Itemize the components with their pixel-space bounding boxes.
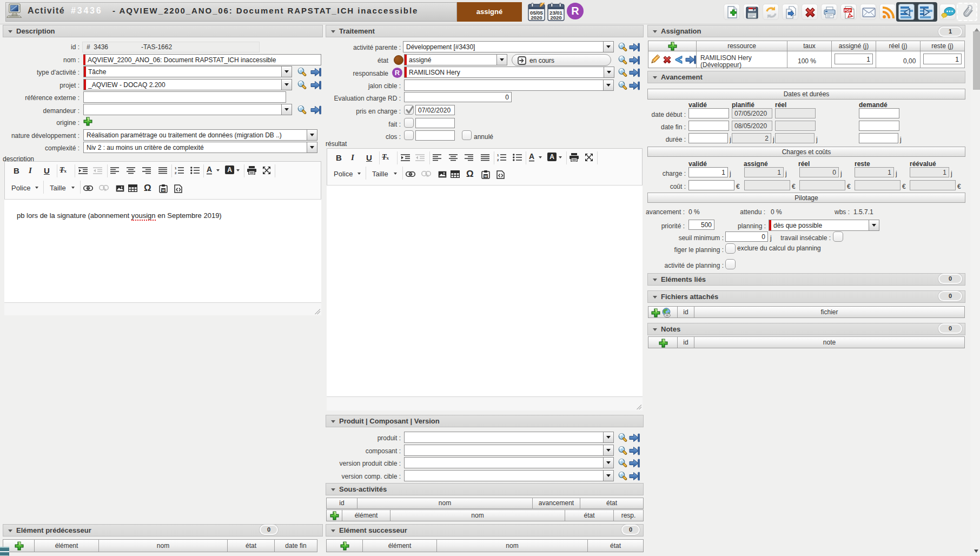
svg-text:W: W xyxy=(484,175,487,178)
svg-text:2: 2 xyxy=(175,171,177,174)
svg-text:1: 1 xyxy=(497,154,499,157)
svg-text:PDF: PDF xyxy=(844,9,851,12)
svg-text:2: 2 xyxy=(497,158,499,161)
svg-text:W: W xyxy=(162,189,165,192)
svg-text:1: 1 xyxy=(175,167,177,170)
svg-text:2020: 2020 xyxy=(550,15,561,21)
svg-text:2020: 2020 xyxy=(531,15,542,21)
